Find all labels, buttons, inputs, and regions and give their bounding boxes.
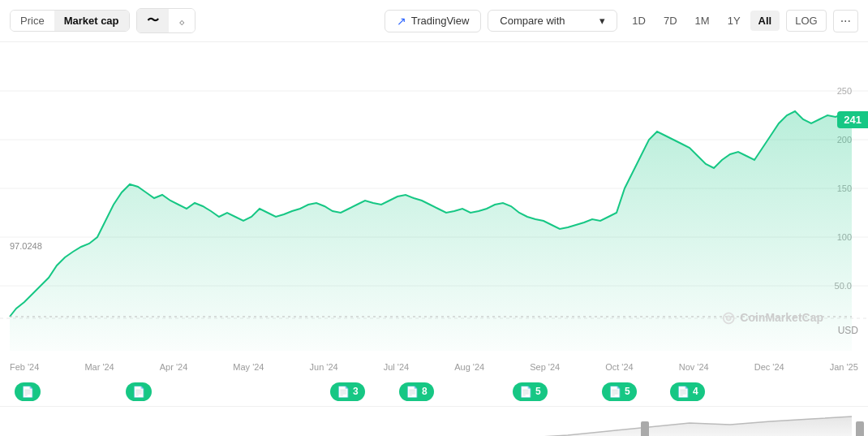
events-row: 📄 📄 📄 3 📄 8 📄 5 📄 5 📄 4	[0, 377, 868, 406]
event-badge-4[interactable]: 📄 8	[399, 382, 434, 401]
price-marketcap-toggle: Price Market cap	[10, 10, 130, 32]
event-badge-6[interactable]: 📄 5	[602, 382, 637, 401]
time-all-button[interactable]: All	[750, 11, 780, 31]
market-cap-button[interactable]: Market cap	[54, 11, 129, 31]
tradingview-label: TradingView	[411, 15, 470, 27]
event-badge-3[interactable]: 📄 3	[330, 382, 365, 401]
doc-icon-1: 📄	[21, 386, 34, 398]
more-options-button[interactable]: ···	[833, 10, 858, 32]
time-1y-button[interactable]: 1Y	[720, 11, 749, 31]
x-label-sep24: Sep '24	[530, 362, 560, 373]
x-label-feb24: Feb '24	[10, 362, 39, 373]
doc-icon-2: 📄	[132, 386, 145, 398]
x-label-dec24: Dec '24	[754, 362, 784, 373]
event-count-6: 5	[625, 386, 630, 397]
time-1m-button[interactable]: 1M	[687, 11, 718, 31]
x-axis-labels: Feb '24 Mar '24 Apr '24 May '24 Jun '24 …	[0, 359, 868, 377]
event-badge-1[interactable]: 📄	[15, 382, 41, 401]
event-count-5: 5	[535, 386, 541, 397]
cmc-logo-icon: ◎	[722, 309, 735, 326]
x-label-mar24: Mar '24	[84, 362, 114, 373]
x-label-aug24: Aug '24	[454, 362, 484, 373]
time-7d-button[interactable]: 7D	[655, 11, 685, 31]
time-1d-button[interactable]: 1D	[624, 11, 654, 31]
x-label-jul24: Jul '24	[384, 362, 409, 373]
event-count-3: 3	[353, 386, 359, 397]
toolbar: Price Market cap 〜 ⬦ ↗ TradingView Compa…	[0, 0, 868, 42]
x-label-jan25: Jan '25	[830, 362, 858, 373]
x-label-jun24: Jun '24	[310, 362, 338, 373]
usd-label: USD	[838, 325, 858, 336]
cmc-logo-text: CoinMarketCap	[740, 311, 823, 324]
compare-label: Compare with	[500, 15, 565, 27]
doc-icon-5: 📄	[519, 386, 532, 398]
event-badge-5[interactable]: 📄 5	[513, 382, 548, 401]
candle-chart-button[interactable]: ⬦	[169, 9, 195, 32]
line-icon: 〜	[147, 13, 159, 27]
start-price-label: 97.0248	[10, 241, 42, 251]
tradingview-icon: ↗	[397, 15, 406, 28]
compare-with-button[interactable]: Compare with ▾	[488, 10, 617, 32]
coinmarketcap-watermark: ◎ CoinMarketCap	[722, 309, 823, 326]
tradingview-button[interactable]: ↗ TradingView	[385, 10, 482, 32]
chart-type-toggle: 〜 ⬦	[136, 8, 196, 33]
mini-chart-svg	[0, 407, 868, 436]
chevron-down-icon: ▾	[599, 15, 605, 27]
svg-text:250: 250	[837, 86, 852, 96]
x-label-may24: May '24	[233, 362, 264, 373]
x-label-oct24: Oct '24	[605, 362, 634, 373]
x-label-apr24: Apr '24	[160, 362, 188, 373]
doc-icon-6: 📄	[608, 386, 621, 398]
event-count-4: 8	[422, 386, 428, 397]
doc-icon-4: 📄	[406, 386, 419, 398]
mini-chart: Jul '20 Jan '21 Jul '21 Jan '22 Jul '22 …	[0, 406, 868, 436]
event-badge-7[interactable]: 📄 4	[670, 382, 705, 401]
main-chart: 250 200 150 100 50.0 241 97.0248 ◎ CoinM…	[0, 42, 868, 359]
time-range-group: 1D 7D 1M 1Y All	[624, 11, 780, 31]
log-button[interactable]: LOG	[786, 10, 826, 32]
price-button[interactable]: Price	[11, 11, 54, 31]
event-count-7: 4	[693, 386, 698, 397]
x-label-nov24: Nov '24	[679, 362, 709, 373]
candle-icon: ⬦	[178, 15, 185, 28]
svg-rect-13	[856, 421, 864, 436]
current-price-badge: 241	[837, 111, 868, 128]
svg-rect-12	[641, 421, 649, 436]
line-chart-button[interactable]: 〜	[137, 9, 169, 32]
doc-icon-7: 📄	[677, 386, 690, 398]
doc-icon-3: 📄	[337, 386, 350, 398]
event-badge-2[interactable]: 📄	[126, 382, 152, 401]
